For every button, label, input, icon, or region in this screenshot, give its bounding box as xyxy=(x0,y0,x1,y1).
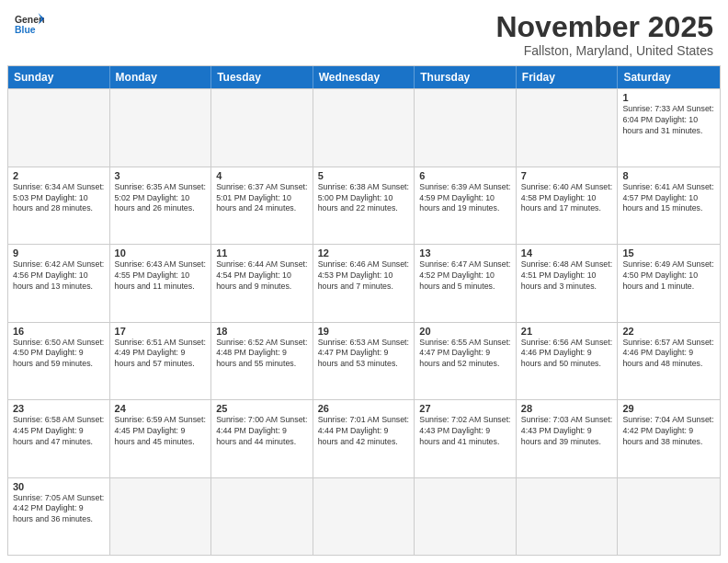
day-info: Sunrise: 7:00 AM Sunset: 4:44 PM Dayligh… xyxy=(216,415,308,448)
calendar-cell-day-19: 19Sunrise: 6:53 AM Sunset: 4:47 PM Dayli… xyxy=(313,323,415,399)
day-info: Sunrise: 6:48 AM Sunset: 4:51 PM Dayligh… xyxy=(521,259,613,293)
calendar-cell-empty xyxy=(110,89,212,166)
day-number: 13 xyxy=(419,247,511,259)
day-number: 20 xyxy=(419,326,511,337)
calendar-header-friday: Friday xyxy=(517,66,619,88)
calendar-header: SundayMondayTuesdayWednesdayThursdayFrid… xyxy=(8,66,720,88)
calendar-cell-day-28: 28Sunrise: 7:03 AM Sunset: 4:43 PM Dayli… xyxy=(517,400,619,477)
day-number: 5 xyxy=(318,170,410,181)
calendar-cell-empty xyxy=(517,89,619,166)
day-number: 11 xyxy=(216,247,308,259)
day-info: Sunrise: 6:43 AM Sunset: 4:55 PM Dayligh… xyxy=(115,259,207,293)
calendar-cell-day-8: 8Sunrise: 6:41 AM Sunset: 4:57 PM Daylig… xyxy=(618,167,720,244)
calendar-cell-day-14: 14Sunrise: 6:48 AM Sunset: 4:51 PM Dayli… xyxy=(517,245,619,321)
day-number: 17 xyxy=(115,326,207,337)
calendar-cell-day-30: 30Sunrise: 7:05 AM Sunset: 4:42 PM Dayli… xyxy=(8,478,110,555)
svg-text:General: General xyxy=(15,15,44,25)
calendar-week-5: 23Sunrise: 6:58 AM Sunset: 4:45 PM Dayli… xyxy=(8,399,720,477)
calendar-cell-day-9: 9Sunrise: 6:42 AM Sunset: 4:56 PM Daylig… xyxy=(8,245,110,321)
day-number: 29 xyxy=(622,403,715,414)
day-info: Sunrise: 7:03 AM Sunset: 4:43 PM Dayligh… xyxy=(521,415,613,448)
calendar-cell-empty xyxy=(415,478,517,555)
calendar-week-4: 16Sunrise: 6:50 AM Sunset: 4:50 PM Dayli… xyxy=(8,322,720,399)
day-info: Sunrise: 7:05 AM Sunset: 4:42 PM Dayligh… xyxy=(13,493,105,526)
calendar-cell-day-26: 26Sunrise: 7:01 AM Sunset: 4:44 PM Dayli… xyxy=(313,400,415,477)
day-number: 30 xyxy=(13,481,105,492)
day-info: Sunrise: 6:55 AM Sunset: 4:47 PM Dayligh… xyxy=(419,338,511,371)
calendar-cell-day-13: 13Sunrise: 6:47 AM Sunset: 4:52 PM Dayli… xyxy=(415,245,517,321)
day-info: Sunrise: 6:59 AM Sunset: 4:45 PM Dayligh… xyxy=(115,415,207,448)
calendar-cell-empty xyxy=(618,478,720,555)
day-info: Sunrise: 6:47 AM Sunset: 4:52 PM Dayligh… xyxy=(419,259,511,293)
day-number: 3 xyxy=(115,170,207,181)
calendar-cell-day-17: 17Sunrise: 6:51 AM Sunset: 4:49 PM Dayli… xyxy=(110,323,212,399)
day-info: Sunrise: 6:46 AM Sunset: 4:53 PM Dayligh… xyxy=(318,259,410,293)
calendar-cell-day-2: 2Sunrise: 6:34 AM Sunset: 5:03 PM Daylig… xyxy=(8,167,110,244)
day-number: 7 xyxy=(521,170,613,181)
calendar-cell-empty xyxy=(313,89,415,166)
calendar-cell-day-21: 21Sunrise: 6:56 AM Sunset: 4:46 PM Dayli… xyxy=(517,323,619,399)
calendar-cell-day-11: 11Sunrise: 6:44 AM Sunset: 4:54 PM Dayli… xyxy=(211,245,313,321)
day-info: Sunrise: 6:51 AM Sunset: 4:49 PM Dayligh… xyxy=(115,338,207,371)
day-number: 16 xyxy=(13,326,105,337)
day-number: 10 xyxy=(115,247,207,259)
calendar-header-saturday: Saturday xyxy=(618,66,720,88)
day-number: 14 xyxy=(521,247,613,259)
calendar-week-1: 1Sunrise: 7:33 AM Sunset: 6:04 PM Daylig… xyxy=(8,88,720,166)
calendar-week-2: 2Sunrise: 6:34 AM Sunset: 5:03 PM Daylig… xyxy=(8,167,720,244)
day-number: 12 xyxy=(318,247,410,259)
title-section: November 2025 Fallston, Maryland, United… xyxy=(495,11,713,58)
calendar-cell-day-10: 10Sunrise: 6:43 AM Sunset: 4:55 PM Dayli… xyxy=(110,245,212,321)
calendar-cell-day-25: 25Sunrise: 7:00 AM Sunset: 4:44 PM Dayli… xyxy=(211,400,313,477)
calendar-week-6: 30Sunrise: 7:05 AM Sunset: 4:42 PM Dayli… xyxy=(8,477,720,555)
day-info: Sunrise: 6:50 AM Sunset: 4:50 PM Dayligh… xyxy=(13,338,105,371)
day-number: 1 xyxy=(622,92,715,103)
calendar-cell-empty xyxy=(517,478,619,555)
calendar-week-3: 9Sunrise: 6:42 AM Sunset: 4:56 PM Daylig… xyxy=(8,244,720,321)
day-info: Sunrise: 6:44 AM Sunset: 4:54 PM Dayligh… xyxy=(216,259,308,293)
day-number: 24 xyxy=(115,403,207,414)
day-info: Sunrise: 6:35 AM Sunset: 5:02 PM Dayligh… xyxy=(115,182,207,215)
calendar-cell-day-15: 15Sunrise: 6:49 AM Sunset: 4:50 PM Dayli… xyxy=(618,245,720,321)
day-info: Sunrise: 6:37 AM Sunset: 5:01 PM Dayligh… xyxy=(216,182,308,215)
calendar-cell-day-27: 27Sunrise: 7:02 AM Sunset: 4:43 PM Dayli… xyxy=(415,400,517,477)
day-info: Sunrise: 6:38 AM Sunset: 5:00 PM Dayligh… xyxy=(318,182,410,215)
calendar-cell-day-1: 1Sunrise: 7:33 AM Sunset: 6:04 PM Daylig… xyxy=(618,89,720,166)
day-number: 15 xyxy=(622,247,715,259)
calendar: SundayMondayTuesdayWednesdayThursdayFrid… xyxy=(7,65,721,556)
day-info: Sunrise: 6:52 AM Sunset: 4:48 PM Dayligh… xyxy=(216,338,308,371)
page: General Blue November 2025 Fallston, Mar… xyxy=(0,0,728,563)
calendar-cell-empty xyxy=(211,478,313,555)
day-number: 21 xyxy=(521,326,613,337)
header: General Blue November 2025 Fallston, Mar… xyxy=(0,0,728,65)
day-number: 8 xyxy=(622,170,715,181)
calendar-cell-day-6: 6Sunrise: 6:39 AM Sunset: 4:59 PM Daylig… xyxy=(415,167,517,244)
generalblue-logo-icon: General Blue xyxy=(15,11,44,37)
day-info: Sunrise: 6:40 AM Sunset: 4:58 PM Dayligh… xyxy=(521,182,613,215)
day-info: Sunrise: 7:33 AM Sunset: 6:04 PM Dayligh… xyxy=(622,104,715,137)
calendar-cell-day-16: 16Sunrise: 6:50 AM Sunset: 4:50 PM Dayli… xyxy=(8,323,110,399)
calendar-cell-day-4: 4Sunrise: 6:37 AM Sunset: 5:01 PM Daylig… xyxy=(211,167,313,244)
calendar-cell-empty xyxy=(211,89,313,166)
location-subtitle: Fallston, Maryland, United States xyxy=(495,43,713,58)
calendar-cell-day-22: 22Sunrise: 6:57 AM Sunset: 4:46 PM Dayli… xyxy=(618,323,720,399)
day-info: Sunrise: 6:56 AM Sunset: 4:46 PM Dayligh… xyxy=(521,338,613,371)
calendar-header-thursday: Thursday xyxy=(415,66,517,88)
calendar-cell-day-3: 3Sunrise: 6:35 AM Sunset: 5:02 PM Daylig… xyxy=(110,167,212,244)
day-number: 19 xyxy=(318,326,410,337)
day-info: Sunrise: 6:41 AM Sunset: 4:57 PM Dayligh… xyxy=(622,182,715,215)
calendar-cell-day-7: 7Sunrise: 6:40 AM Sunset: 4:58 PM Daylig… xyxy=(517,167,619,244)
day-info: Sunrise: 6:53 AM Sunset: 4:47 PM Dayligh… xyxy=(318,338,410,371)
day-number: 25 xyxy=(216,403,308,414)
calendar-cell-day-5: 5Sunrise: 6:38 AM Sunset: 5:00 PM Daylig… xyxy=(313,167,415,244)
calendar-header-tuesday: Tuesday xyxy=(211,66,313,88)
calendar-cell-empty xyxy=(415,89,517,166)
day-info: Sunrise: 6:58 AM Sunset: 4:45 PM Dayligh… xyxy=(13,415,105,448)
calendar-cell-empty xyxy=(313,478,415,555)
day-number: 22 xyxy=(622,326,715,337)
day-number: 23 xyxy=(13,403,105,414)
calendar-cell-day-20: 20Sunrise: 6:55 AM Sunset: 4:47 PM Dayli… xyxy=(415,323,517,399)
calendar-cell-day-23: 23Sunrise: 6:58 AM Sunset: 4:45 PM Dayli… xyxy=(8,400,110,477)
calendar-header-wednesday: Wednesday xyxy=(313,66,415,88)
calendar-cell-empty xyxy=(110,478,212,555)
